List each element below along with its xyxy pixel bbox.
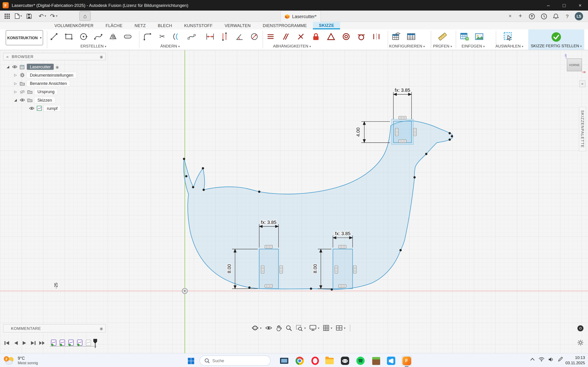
notifications-bell-icon[interactable] xyxy=(552,12,560,20)
browser-item-label[interactable]: rumpf xyxy=(44,105,61,111)
app-grid-icon[interactable] xyxy=(2,11,12,20)
minimize-button[interactable]: – xyxy=(540,0,556,10)
vscode-app-icon[interactable] xyxy=(386,356,397,366)
abhaengigkeiten-group-dropdown[interactable]: ABHÄNGIGKEITEN▾ xyxy=(265,44,320,48)
active-document-radio-icon[interactable]: ◉ xyxy=(56,65,59,69)
root-document-label[interactable]: Lasercutter xyxy=(27,64,54,70)
browser-row-root[interactable]: ◢ Lasercutter ◉ xyxy=(6,63,59,71)
skizze-fertig-stellen-button[interactable]: SKIZZE FERTIG STELLEN▾ xyxy=(528,29,584,50)
aendern-group-dropdown[interactable]: ÄNDERN▾ xyxy=(141,44,199,48)
configuration-grid-icon[interactable] xyxy=(406,32,416,42)
tab-verwalten[interactable]: VERWALTEN xyxy=(219,22,257,29)
help-icon[interactable]: ? xyxy=(563,12,571,20)
expander-closed-icon[interactable]: ▷ xyxy=(14,90,17,94)
offset-tool-icon[interactable] xyxy=(172,32,182,42)
close-button[interactable]: × xyxy=(572,0,588,10)
taskbar-search[interactable] xyxy=(199,356,271,366)
timeline-step-forward-button[interactable] xyxy=(29,339,37,347)
ordinate-dimension-icon[interactable] xyxy=(220,32,230,42)
timeline-sketch-feature[interactable] xyxy=(51,339,57,346)
comments-options-icon[interactable]: ◉ xyxy=(100,326,103,330)
browser-row-skizzen[interactable]: ◢ Skizzen xyxy=(14,96,55,104)
tab-kunststoff[interactable]: KUNSTSTOFF xyxy=(178,22,218,29)
fusion-app-taskbar-icon[interactable]: F xyxy=(401,356,412,366)
dim-fx-slot1-text[interactable]: fx: 3.85 xyxy=(261,219,276,225)
display-settings[interactable]: ▾ xyxy=(309,324,320,332)
select-tool-icon[interactable] xyxy=(503,32,513,42)
browser-row-ursprung[interactable]: ▷ Ursprung xyxy=(14,88,57,96)
pen-icon[interactable] xyxy=(558,357,563,362)
tangent-constraint-icon[interactable] xyxy=(356,32,366,42)
tab-netz[interactable]: NETZ xyxy=(128,22,152,29)
erstellen-group-dropdown[interactable]: ERSTELLEN▾ xyxy=(48,44,138,48)
visibility-eye-icon[interactable] xyxy=(12,64,17,70)
zoom-tool[interactable] xyxy=(285,324,293,332)
trim-scissors-icon[interactable]: ✂ xyxy=(157,32,167,42)
minecraft-app-icon[interactable] xyxy=(371,356,381,366)
task-view-app-icon[interactable] xyxy=(279,356,289,366)
dim-slot2-height-text[interactable]: 8.00 xyxy=(312,264,318,273)
discord-app-icon[interactable] xyxy=(340,356,350,366)
timeline-playhead[interactable] xyxy=(93,339,98,348)
diameter-dimension-icon[interactable] xyxy=(250,32,259,42)
symmetry-constraint-icon[interactable] xyxy=(372,32,381,42)
horizontal-vertical-constraint-icon[interactable] xyxy=(266,32,276,42)
tab-dienstprogramme[interactable]: DIENSTPROGRAMME xyxy=(257,22,313,29)
file-menu-caret-icon[interactable]: ▾ xyxy=(20,15,22,18)
timeline-sketch-feature[interactable] xyxy=(59,339,66,346)
circle-tool-icon[interactable] xyxy=(78,32,88,42)
dim-fx-head-text[interactable]: fx: 3.85 xyxy=(395,87,410,93)
origin-point[interactable] xyxy=(184,290,186,292)
spline-tool-icon[interactable] xyxy=(93,32,103,42)
slot-tool-icon[interactable] xyxy=(123,32,133,42)
browser-item-label[interactable]: Skizzen xyxy=(35,97,55,103)
line-tool-icon[interactable] xyxy=(49,32,59,42)
windows-start-button[interactable] xyxy=(186,356,196,366)
perpendicular-constraint-icon[interactable] xyxy=(296,32,306,42)
timeline-play-button[interactable] xyxy=(21,339,28,347)
timeline-sketch-feature[interactable] xyxy=(77,339,83,346)
timeline-sketch-feature[interactable] xyxy=(68,339,74,346)
tray-chevron-up-icon[interactable] xyxy=(530,358,535,361)
job-status-clock-icon[interactable] xyxy=(540,12,548,20)
collapse-panel-icon[interactable]: « xyxy=(3,54,12,59)
insert-table-icon[interactable] xyxy=(460,32,469,42)
orbit-tool[interactable]: ▾ xyxy=(251,324,262,332)
rectangle-tool-icon[interactable] xyxy=(64,32,74,42)
expand-palette-icon[interactable]: « xyxy=(579,80,585,87)
file-explorer-app-icon[interactable] xyxy=(324,356,335,366)
dim-head-height-text[interactable]: 4.00 xyxy=(355,127,361,137)
undo-caret-icon[interactable]: ▾ xyxy=(44,15,46,18)
new-tab-icon[interactable]: + xyxy=(516,12,524,20)
expander-open-icon[interactable]: ◢ xyxy=(6,65,10,69)
browser-row-dokumenteinstellungen[interactable]: ▷ Dokumenteinstellungen xyxy=(14,71,76,79)
tab-blech[interactable]: BLECH xyxy=(152,22,178,29)
volume-icon[interactable] xyxy=(548,357,554,362)
home-view-button[interactable]: ⌂ xyxy=(79,11,91,21)
grid-snaps-settings[interactable]: ▾ xyxy=(322,324,333,332)
fillet-tool-icon[interactable] xyxy=(142,32,152,42)
sketch-palette-tab[interactable]: SKIZZENPALETTE xyxy=(579,107,586,151)
measure-ruler-icon[interactable] xyxy=(438,32,447,42)
timeline-settings-gear-icon[interactable] xyxy=(577,339,584,346)
sketch-dimension-icon[interactable] xyxy=(205,32,215,42)
concentric-constraint-icon[interactable] xyxy=(341,32,351,42)
browser-item-label[interactable]: Dokumenteinstellungen xyxy=(27,72,76,78)
opera-app-icon[interactable] xyxy=(310,356,320,366)
dim-slot1-height-text[interactable]: 8.00 xyxy=(226,264,232,273)
panel-options-icon[interactable]: ◉ xyxy=(100,55,103,59)
taskbar-clock[interactable]: 10:13 03.11.2025 xyxy=(565,355,585,365)
extensions-icon[interactable] xyxy=(527,12,536,20)
user-avatar[interactable]: LS xyxy=(575,12,583,20)
assistant-icon[interactable] xyxy=(578,325,583,331)
dim-fx-slot2-text[interactable]: fx: 3.85 xyxy=(335,231,351,236)
save-icon[interactable] xyxy=(24,11,34,20)
tab-flaeche[interactable]: FLÄCHE xyxy=(99,22,128,29)
curve-edit-icon[interactable] xyxy=(187,32,197,42)
tab-volumenkoerper[interactable]: VOLUMENKÖRPER xyxy=(48,22,100,29)
configuration-table-icon[interactable] xyxy=(391,32,401,42)
expander-closed-icon[interactable]: ▷ xyxy=(14,73,17,77)
parallel-constraint-icon[interactable] xyxy=(281,32,291,42)
search-input[interactable] xyxy=(212,358,258,363)
fix-lock-icon[interactable] xyxy=(311,32,321,42)
